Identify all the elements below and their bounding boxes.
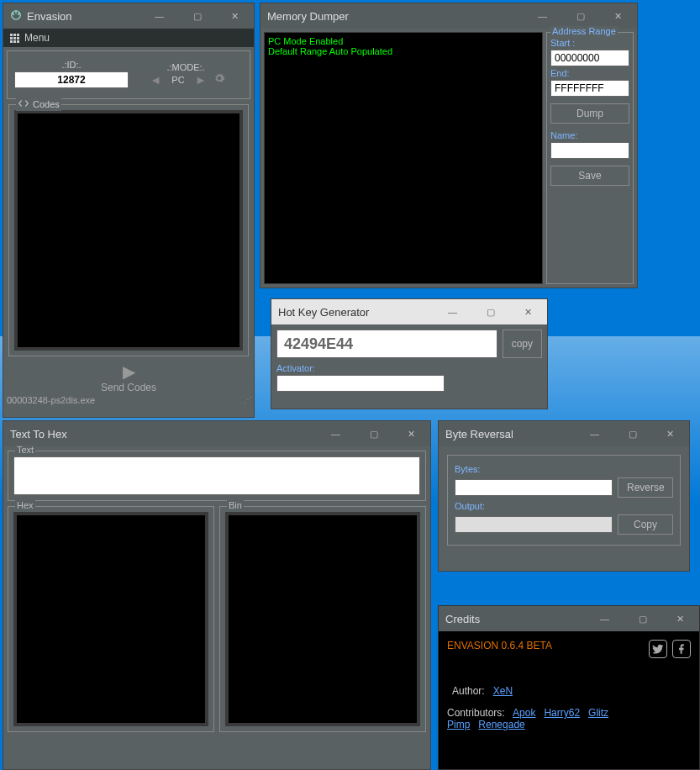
hotkey-titlebar[interactable]: Hot Key Generator — ▢ ✕ <box>271 299 547 324</box>
codes-icon <box>18 98 29 111</box>
mode-value: PC <box>168 75 188 85</box>
credits-window: Credits — ▢ ✕ ENVASION 0.6.4 BETA Author… <box>438 605 700 770</box>
envasion-titlebar[interactable]: Envasion — ▢ ✕ <box>3 3 254 29</box>
status-bar: 00003248-ps2dis.exe ⋰ <box>3 393 254 407</box>
version-label: ENVASION 0.6.4 BETA <box>447 640 552 651</box>
maximize-button[interactable]: ▢ <box>561 3 599 29</box>
maximize-button[interactable]: ▢ <box>178 3 216 29</box>
text-to-hex-window: Text To Hex — ▢ ✕ Text Hex Bin <box>3 420 431 770</box>
window-title: Envasion <box>27 10 140 23</box>
end-input[interactable] <box>550 80 629 97</box>
minimize-button[interactable]: — <box>524 3 561 29</box>
contributor-link[interactable]: Apok <box>513 707 535 719</box>
console-output: PC Mode Enabled Default Range Auto Popul… <box>264 32 543 284</box>
window-title: Text To Hex <box>10 428 317 440</box>
output-label: Output: <box>455 501 673 511</box>
maximize-button[interactable]: ▢ <box>471 299 509 324</box>
menu-bar[interactable]: Menu <box>3 29 254 47</box>
bin-output[interactable] <box>225 512 420 726</box>
end-label: End: <box>550 68 629 78</box>
mode-label: .:MODE:. <box>166 62 204 72</box>
window-title: Byte Reversal <box>445 428 576 440</box>
reverse-button[interactable]: Reverse <box>618 477 673 498</box>
maximize-button[interactable]: ▢ <box>624 606 661 631</box>
activator-input[interactable] <box>276 375 445 392</box>
menu-label: Menu <box>24 32 50 44</box>
hex-output[interactable] <box>13 512 208 726</box>
close-button[interactable]: ✕ <box>509 299 547 324</box>
name-input[interactable] <box>550 142 629 159</box>
twitter-icon[interactable] <box>649 640 667 658</box>
copy-button[interactable]: copy <box>503 330 542 358</box>
author-link[interactable]: XeN <box>493 685 513 697</box>
send-codes-area: ▶ Send Codes <box>3 361 254 393</box>
hotkey-value-input[interactable] <box>276 330 497 358</box>
bytes-label: Bytes: <box>455 464 673 474</box>
codes-group: Codes <box>8 104 249 356</box>
console-line: PC Mode Enabled <box>268 36 539 46</box>
minimize-button[interactable]: — <box>317 421 355 446</box>
minimize-button[interactable]: — <box>140 3 178 29</box>
window-title: Hot Key Generator <box>278 306 434 319</box>
codes-legend: Codes <box>16 98 61 111</box>
minimize-button[interactable]: — <box>434 299 471 324</box>
close-button[interactable]: ✕ <box>599 3 637 29</box>
texttohex-titlebar[interactable]: Text To Hex — ▢ ✕ <box>3 421 430 446</box>
hex-group: Hex <box>8 506 214 732</box>
id-mode-group: .:ID:. .:MODE:. ◄ PC ► <box>7 50 250 99</box>
memdumper-titlebar[interactable]: Memory Dumper — ▢ ✕ <box>261 3 637 29</box>
mode-prev-button[interactable]: ◄ <box>146 73 165 87</box>
close-button[interactable]: ✕ <box>651 421 689 446</box>
status-text: 00003248-ps2dis.exe <box>7 395 95 405</box>
codes-textarea[interactable] <box>14 110 243 351</box>
text-input[interactable] <box>13 456 420 495</box>
minimize-button[interactable]: — <box>576 421 613 446</box>
save-button[interactable]: Save <box>550 166 629 186</box>
copy-button[interactable]: Copy <box>618 514 673 535</box>
byte-fieldset: Bytes: Reverse Output: Copy <box>447 455 681 546</box>
menu-grid-icon <box>10 34 19 43</box>
id-input[interactable] <box>14 71 129 88</box>
facebook-icon[interactable] <box>672 640 691 658</box>
window-title: Credits <box>445 613 586 625</box>
send-codes-label: Send Codes <box>3 382 254 393</box>
memory-dumper-window: Memory Dumper — ▢ ✕ PC Mode Enabled Defa… <box>260 3 638 288</box>
bin-group: Bin <box>219 506 426 732</box>
contributor-link[interactable]: Harry62 <box>544 707 580 719</box>
address-range-label: Address Range <box>550 26 618 36</box>
output-field <box>455 516 613 533</box>
activator-label: Activator: <box>276 363 542 373</box>
hex-label: Hex <box>15 500 35 510</box>
contributors-label: Contributors: <box>447 707 505 719</box>
envasion-window: Envasion — ▢ ✕ Menu .:ID:. .:MODE:. ◄ PC… <box>3 3 255 418</box>
rebel-icon <box>10 9 22 24</box>
contributor-link[interactable]: Renegade <box>478 719 524 730</box>
bytes-input[interactable] <box>455 479 613 496</box>
hotkey-window: Hot Key Generator — ▢ ✕ copy Activator: <box>271 298 548 409</box>
author-label: Author: <box>452 685 485 697</box>
start-input[interactable] <box>550 50 629 66</box>
text-group: Text <box>8 451 426 501</box>
console-line: Default Range Auto Populated <box>268 46 539 56</box>
maximize-button[interactable]: ▢ <box>355 421 392 446</box>
close-button[interactable]: ✕ <box>216 3 254 29</box>
byterev-titlebar[interactable]: Byte Reversal — ▢ ✕ <box>439 421 689 446</box>
settings-gear-icon[interactable] <box>213 72 225 87</box>
byte-reversal-window: Byte Reversal — ▢ ✕ Bytes: Reverse Outpu… <box>438 420 690 572</box>
mode-next-button[interactable]: ► <box>192 73 210 87</box>
close-button[interactable]: ✕ <box>392 421 430 446</box>
close-button[interactable]: ✕ <box>661 606 699 631</box>
bin-label: Bin <box>227 500 244 510</box>
name-label: Name: <box>550 130 629 140</box>
window-title: Memory Dumper <box>267 10 524 23</box>
minimize-button[interactable]: — <box>586 606 624 631</box>
send-play-button[interactable]: ▶ <box>3 361 254 382</box>
credits-titlebar[interactable]: Credits — ▢ ✕ <box>439 606 699 631</box>
address-range-group: Address Range Start : End: Dump Name: Sa… <box>546 32 634 284</box>
start-label: Start : <box>550 38 629 48</box>
text-label: Text <box>15 445 35 455</box>
maximize-button[interactable]: ▢ <box>613 421 651 446</box>
resize-grip-icon[interactable]: ⋰ <box>244 395 250 405</box>
id-label: .:ID:. <box>14 60 129 70</box>
dump-button[interactable]: Dump <box>550 103 629 124</box>
